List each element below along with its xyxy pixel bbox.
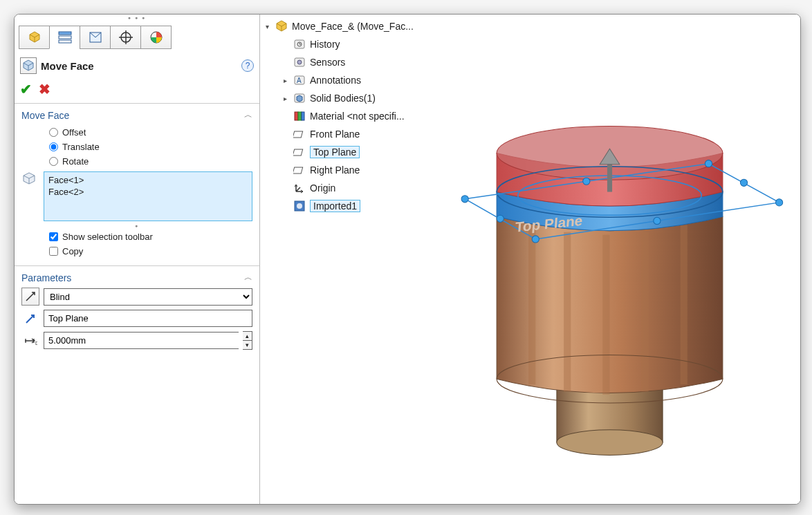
svg-rect-0 bbox=[59, 32, 71, 35]
radio-label: Offset bbox=[62, 127, 86, 138]
tab-display-manager[interactable] bbox=[140, 26, 172, 49]
svg-rect-1 bbox=[59, 36, 71, 39]
distance-icon: D bbox=[21, 333, 39, 349]
move-face-section-header[interactable]: Move Face ︿ bbox=[21, 109, 252, 121]
tree-item-history[interactable]: History bbox=[263, 35, 419, 53]
panel-grip-icon[interactable]: ● ● ● bbox=[15, 15, 259, 21]
feature-header: Move Face ? bbox=[15, 53, 259, 78]
check-show-selection-toolbar[interactable]: Show selection toolbar bbox=[21, 230, 252, 244]
plane-icon bbox=[293, 163, 306, 177]
tree-label: Sensors bbox=[310, 57, 345, 68]
end-condition-row: Blind bbox=[21, 288, 252, 306]
plane-icon bbox=[293, 145, 306, 159]
direction-icon bbox=[21, 310, 39, 327]
distance-row: D ▴ ▾ bbox=[21, 331, 252, 350]
svg-point-39 bbox=[740, 179, 747, 186]
tree-label: Top Plane bbox=[310, 146, 360, 158]
tab-feature-manager[interactable] bbox=[19, 26, 50, 49]
svg-point-23 bbox=[297, 203, 302, 209]
list-resize-grip-icon[interactable]: ● bbox=[21, 223, 252, 230]
help-icon[interactable]: ? bbox=[241, 59, 254, 72]
material-icon bbox=[293, 109, 306, 123]
tree-label: Annotations bbox=[310, 75, 361, 86]
property-manager-panel: ● ● ● bbox=[15, 15, 260, 504]
tab-dimxpert[interactable] bbox=[110, 26, 141, 49]
svg-point-40 bbox=[654, 217, 661, 224]
section-title: Move Face bbox=[21, 110, 69, 121]
feature-title: Move Face bbox=[41, 60, 94, 72]
twisty-icon[interactable]: ▸ bbox=[281, 77, 289, 84]
radio-offset-input[interactable] bbox=[49, 128, 58, 137]
radio-rotate-input[interactable] bbox=[49, 157, 58, 166]
annotations-icon: A bbox=[293, 73, 306, 87]
tree-item-origin[interactable]: Origin bbox=[263, 179, 419, 197]
radio-translate[interactable]: Translate bbox=[21, 140, 252, 154]
ok-button[interactable]: ✔ bbox=[20, 81, 32, 97]
sensors-icon bbox=[293, 55, 306, 69]
graphics-area[interactable]: ▾ Move_Face_& (Move_Fac... HistorySensor… bbox=[260, 15, 800, 504]
tree-item-imported1[interactable]: Imported1 bbox=[263, 197, 419, 215]
tree-item-material-not-specifi[interactable]: Material <not specifi... bbox=[263, 107, 419, 125]
parameters-section-header[interactable]: Parameters ︿ bbox=[21, 272, 252, 283]
tab-configuration-manager[interactable] bbox=[80, 26, 111, 49]
solidbodies-icon bbox=[293, 91, 306, 105]
svg-point-36 bbox=[775, 199, 782, 206]
check-copy[interactable]: Copy bbox=[21, 244, 252, 259]
tree-item-top-plane[interactable]: Top Plane bbox=[263, 143, 419, 161]
distance-spinner: ▴ ▾ bbox=[243, 331, 252, 350]
tab-property-manager[interactable] bbox=[49, 26, 80, 49]
twisty-icon[interactable]: ▸ bbox=[281, 95, 289, 102]
radio-translate-input[interactable] bbox=[49, 142, 58, 151]
svg-point-37 bbox=[532, 236, 539, 243]
faces-selection-box[interactable]: Face<1> Face<2> bbox=[44, 171, 252, 221]
svg-point-38 bbox=[583, 178, 590, 185]
check-show-selection-toolbar-input[interactable] bbox=[49, 232, 58, 241]
spinner-down[interactable]: ▾ bbox=[243, 341, 252, 349]
part-icon bbox=[275, 19, 288, 33]
tree-item-sensors[interactable]: Sensors bbox=[263, 53, 419, 71]
face-item[interactable]: Face<2> bbox=[48, 187, 248, 197]
end-condition-select[interactable]: Blind bbox=[44, 288, 252, 306]
svg-rect-17 bbox=[298, 112, 302, 120]
svg-text:A: A bbox=[297, 77, 302, 84]
direction-row bbox=[21, 310, 252, 327]
radio-offset[interactable]: Offset bbox=[21, 125, 252, 140]
svg-point-34 bbox=[461, 196, 468, 203]
history-icon bbox=[293, 37, 306, 51]
appearance-icon bbox=[149, 30, 164, 45]
chevron-up-icon: ︿ bbox=[244, 109, 252, 121]
svg-rect-2 bbox=[59, 40, 71, 43]
spinner-up[interactable]: ▴ bbox=[243, 332, 252, 341]
radio-rotate[interactable]: Rotate bbox=[21, 154, 252, 169]
check-label: Show selection toolbar bbox=[62, 232, 153, 242]
tree-label: Right Plane bbox=[310, 165, 360, 176]
part-icon bbox=[27, 30, 42, 45]
tree-item-right-plane[interactable]: Right Plane bbox=[263, 161, 419, 179]
tree-label: Material <not specifi... bbox=[310, 111, 405, 122]
check-copy-input[interactable] bbox=[49, 247, 58, 256]
distance-input[interactable] bbox=[44, 332, 239, 349]
model-viewport[interactable]: Top Plane bbox=[426, 49, 793, 497]
tree-label: History bbox=[310, 39, 340, 50]
tree-label: Imported1 bbox=[310, 200, 360, 212]
tree-label: Front Plane bbox=[310, 129, 360, 140]
target-icon bbox=[118, 30, 133, 45]
twisty-icon[interactable]: ▾ bbox=[263, 23, 271, 30]
chevron-up-icon: ︿ bbox=[244, 272, 252, 283]
tree-root[interactable]: ▾ Move_Face_& (Move_Fac... bbox=[263, 17, 419, 35]
tree-item-solid-bodies-1[interactable]: ▸Solid Bodies(1) bbox=[263, 89, 419, 107]
plane-icon bbox=[293, 127, 306, 141]
svg-rect-19 bbox=[293, 131, 303, 138]
cancel-button[interactable]: ✖ bbox=[39, 81, 50, 97]
end-condition-icon[interactable] bbox=[21, 288, 39, 306]
svg-point-41 bbox=[497, 215, 504, 222]
origin-icon bbox=[293, 181, 306, 195]
tree-item-annotations[interactable]: ▸AAnnotations bbox=[263, 71, 419, 89]
tree-label: Origin bbox=[310, 182, 335, 194]
face-item[interactable]: Face<1> bbox=[48, 175, 248, 185]
tree-label: Move_Face_& (Move_Fac... bbox=[292, 21, 414, 32]
direction-input[interactable] bbox=[44, 310, 252, 327]
svg-rect-20 bbox=[293, 149, 303, 156]
check-label: Copy bbox=[62, 246, 83, 256]
tree-item-front-plane[interactable]: Front Plane bbox=[263, 125, 419, 143]
